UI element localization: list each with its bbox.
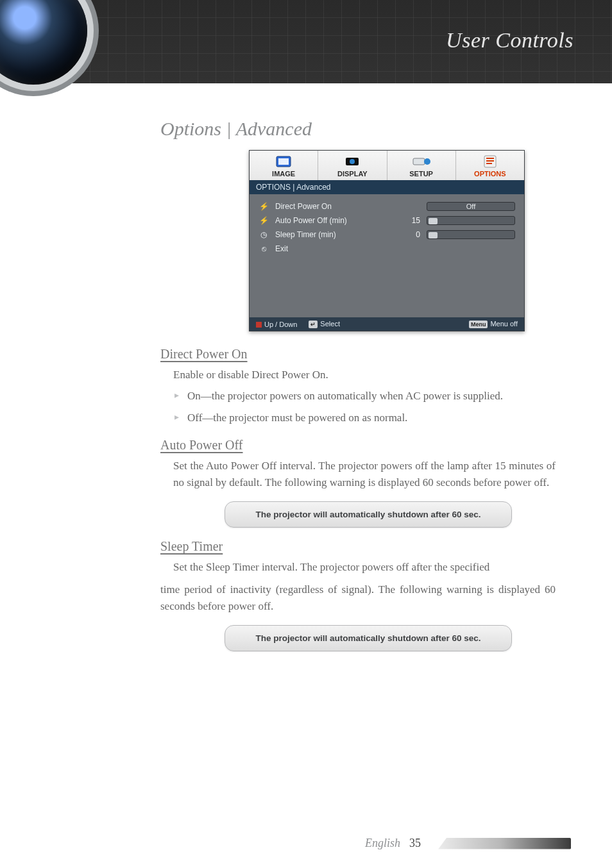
setup-icon xyxy=(412,154,431,169)
osd-row-label: Direct Power On xyxy=(275,202,397,211)
exit-icon: ⎋ xyxy=(259,244,269,254)
osd-row-label: Auto Power Off (min) xyxy=(275,216,397,225)
page-footer: English 35 xyxy=(365,837,571,850)
osd-slider[interactable] xyxy=(427,216,515,225)
hint-updown: Up / Down xyxy=(256,321,297,328)
osd-row-auto-power-off[interactable]: ⚡ Auto Power Off (min) 15 xyxy=(259,213,515,228)
bullet-on: On—the projector powers on automatically… xyxy=(187,387,556,405)
osd-row-label: Sleep Timer (min) xyxy=(275,230,397,239)
osd-value-pill[interactable]: Off xyxy=(427,202,515,211)
para-sleep-timer-2: time period of inactivity (regardless of… xyxy=(160,581,556,615)
slider-knob xyxy=(429,218,438,224)
lens-graphic xyxy=(0,0,87,85)
osd-footer: Up / Down ↵Select MenuMenu off xyxy=(250,317,524,331)
osd-row-direct-power-on[interactable]: ⚡ Direct Power On Off xyxy=(259,199,515,213)
para-direct-power-on: Enable or disable Direct Power On. xyxy=(173,367,556,383)
svg-point-3 xyxy=(350,159,355,164)
enter-key-icon: ↵ xyxy=(309,321,318,328)
page-title: User Controls xyxy=(446,28,574,53)
osd-tab-label: OPTIONS xyxy=(474,170,506,178)
para-sleep-timer-1: Set the Sleep Timer interval. The projec… xyxy=(173,559,556,576)
osd-row-sleep-timer[interactable]: ◷ Sleep Timer (min) 0 xyxy=(259,228,515,242)
osd-tab-setup[interactable]: SETUP xyxy=(387,151,456,180)
page-number: 35 xyxy=(409,837,421,850)
osd-row-exit[interactable]: ⎋ Exit xyxy=(259,242,515,256)
osd-tab-bar: IMAGE DISPLAY SETUP OPTIONS xyxy=(250,151,524,180)
svg-rect-1 xyxy=(278,158,289,165)
options-icon xyxy=(482,154,498,169)
osd-screenshot: IMAGE DISPLAY SETUP OPTIONS OPTIONS | Ad… xyxy=(249,150,525,331)
footer-language: English xyxy=(365,837,400,850)
clock-icon: ◷ xyxy=(259,230,269,240)
osd-breadcrumb: OPTIONS | Advanced xyxy=(250,180,524,194)
osd-row-value: 0 xyxy=(404,230,420,239)
osd-tab-label: SETUP xyxy=(409,170,433,178)
osd-tab-options[interactable]: OPTIONS xyxy=(456,151,524,180)
osd-slider[interactable] xyxy=(427,230,515,239)
osd-body: ⚡ Direct Power On Off ⚡ Auto Power Off (… xyxy=(250,194,524,317)
page-body: Options | Advanced IMAGE DISPLAY SETUP O… xyxy=(0,83,612,651)
hint-select: ↵Select xyxy=(309,320,340,328)
menu-key-icon: Menu xyxy=(469,321,488,328)
plug-icon: ⚡ xyxy=(259,201,269,212)
image-icon xyxy=(275,154,293,169)
osd-tab-image[interactable]: IMAGE xyxy=(250,151,318,180)
heading-direct-power-on: Direct Power On xyxy=(160,347,556,362)
red-square-icon xyxy=(256,322,262,328)
page-header: User Controls xyxy=(0,0,612,83)
bullet-off: Off—the projector must be powered on as … xyxy=(187,409,556,426)
section-heading: Options | Advanced xyxy=(160,118,556,140)
osd-tab-label: DISPLAY xyxy=(337,170,368,178)
slider-knob xyxy=(429,232,438,238)
heading-auto-power-off: Auto Power Off xyxy=(160,438,556,453)
plug-icon: ⚡ xyxy=(259,215,269,226)
hint-menuoff: MenuMenu off xyxy=(469,320,518,328)
svg-point-5 xyxy=(424,158,430,165)
heading-sleep-timer: Sleep Timer xyxy=(160,539,556,554)
para-auto-power-off: Set the Auto Power Off interval. The pro… xyxy=(173,458,556,492)
shutdown-toast: The projector will automatically shutdow… xyxy=(225,625,512,651)
osd-row-label: Exit xyxy=(275,244,397,253)
osd-tab-display[interactable]: DISPLAY xyxy=(318,151,387,180)
osd-row-value: 15 xyxy=(404,216,420,225)
footer-wedge xyxy=(430,838,571,849)
svg-rect-4 xyxy=(413,158,425,165)
display-icon xyxy=(343,154,361,169)
shutdown-toast: The projector will automatically shutdow… xyxy=(225,501,512,528)
osd-tab-label: IMAGE xyxy=(272,170,295,178)
